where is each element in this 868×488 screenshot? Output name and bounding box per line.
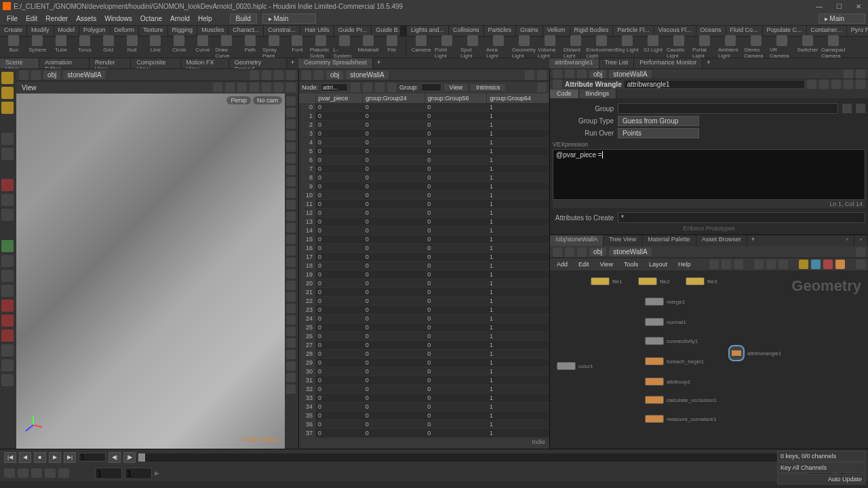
timeline-track[interactable] [138, 453, 864, 462]
shelf-tool[interactable]: Portal Light [692, 35, 717, 59]
shelf-tool[interactable]: Point Light [435, 35, 459, 59]
menu-help[interactable]: Help [194, 15, 216, 22]
net-path-node[interactable]: stoneWallA [609, 247, 651, 256]
param-path-node[interactable]: stoneWallA [609, 70, 651, 79]
shelf-tab[interactable]: Particle Fl... [613, 26, 654, 36]
table-row[interactable]: 70001 [299, 165, 549, 174]
shelf-tab[interactable]: Rigging [168, 26, 198, 36]
minimize-button[interactable]: — [812, 3, 827, 10]
table-row[interactable]: 50001 [299, 147, 549, 156]
tool-lock[interactable] [1, 148, 14, 160]
shelf-tool[interactable]: Metaball [357, 35, 379, 59]
tab-code[interactable]: Code [550, 89, 579, 98]
rbtn13[interactable] [286, 235, 296, 244]
tool-set[interactable] [1, 194, 14, 206]
current-frame[interactable] [79, 453, 106, 462]
shelf-tab[interactable]: Model [54, 26, 80, 36]
column-header[interactable]: pvar_piece [315, 94, 363, 103]
rbtn4[interactable] [286, 131, 296, 140]
shelf-tool[interactable]: File [380, 35, 403, 59]
vbtn2[interactable] [225, 83, 235, 92]
intrinsics-dropdown[interactable]: Intrinsics [471, 84, 506, 91]
pbtn2[interactable] [819, 79, 829, 89]
shelf-tab[interactable]: Hair Utils [300, 26, 334, 36]
shelf-tool[interactable]: Path [239, 35, 261, 59]
node-calc-occlusion[interactable]: calculate_occlusion1 [645, 396, 717, 404]
shelf-tool[interactable]: Sky Light [615, 35, 639, 59]
shelf-tab[interactable]: Texture [139, 26, 168, 36]
tab-bindings[interactable]: Bindings [579, 89, 617, 98]
sbtn5[interactable] [58, 468, 69, 478]
shelf-tool[interactable]: Ambient Light [718, 35, 743, 59]
spread-path-obj[interactable]: obj [326, 70, 343, 79]
shelf-tool[interactable]: Spray Paint [262, 35, 285, 59]
rbtn10[interactable] [286, 200, 296, 209]
ntab-tree[interactable]: Tree View [604, 235, 642, 246]
play-play[interactable]: ▶ [49, 452, 61, 463]
ntab-opt1[interactable]: ▫ [841, 235, 854, 246]
pane-tab[interactable]: Geometry Spread... [229, 58, 287, 68]
shelf-tab[interactable]: Charact... [229, 26, 264, 36]
param-home[interactable] [577, 69, 587, 79]
menu-arnold[interactable]: Arnold [166, 15, 194, 22]
auto-update[interactable]: Auto Update [777, 474, 865, 485]
range-end[interactable] [125, 468, 152, 479]
shelf-tool[interactable]: Tube [50, 35, 73, 59]
tool-arrow[interactable] [1, 133, 14, 145]
tool-select[interactable] [1, 72, 14, 84]
table-row[interactable]: 280001 [299, 350, 549, 359]
ntab-material[interactable]: Material Palette [642, 235, 696, 246]
pane-tab[interactable]: Motion FX View [181, 58, 229, 68]
nav-btn3[interactable] [274, 70, 283, 80]
column-header[interactable] [299, 94, 315, 103]
table-row[interactable]: 180001 [299, 262, 549, 270]
shelf-tool[interactable]: Caustic Light [667, 35, 691, 59]
sbtn1[interactable] [351, 83, 360, 92]
menu-edit[interactable]: Edit [22, 15, 41, 22]
param-back[interactable] [553, 69, 562, 79]
rbtn15[interactable] [286, 258, 296, 267]
shelf-tab[interactable]: Container... [807, 26, 847, 36]
group-input[interactable] [618, 103, 838, 114]
table-row[interactable]: 220001 [299, 297, 549, 306]
table-row[interactable]: 190001 [299, 270, 549, 279]
rbtn16[interactable] [286, 269, 296, 279]
column-header[interactable]: group:Group56 [425, 94, 487, 103]
pane-tab[interactable]: Render View [90, 58, 131, 68]
nbtn3[interactable] [734, 260, 743, 269]
runover-dropdown[interactable]: Points [618, 128, 699, 138]
path-node[interactable]: stoneWallA [63, 70, 105, 79]
param-path-obj[interactable]: obj [589, 70, 606, 79]
nbtn6[interactable] [778, 260, 788, 269]
sbtn3[interactable] [375, 83, 384, 92]
shelf-tab[interactable]: Create [0, 26, 27, 36]
shelf-tool[interactable]: Switcher [795, 35, 820, 59]
shelf-tab[interactable]: Grains [516, 26, 543, 36]
sbtn4[interactable] [387, 83, 397, 92]
table-row[interactable]: 260001 [299, 332, 549, 341]
ntab-asset[interactable]: Asset Browser [696, 235, 747, 246]
node-foreach-begin1[interactable]: foreach_begin1 [645, 357, 704, 365]
pbtn4[interactable] [844, 79, 853, 89]
table-row[interactable]: 160001 [299, 244, 549, 253]
nav-home[interactable] [31, 70, 41, 80]
spread-help[interactable] [537, 83, 547, 92]
table-row[interactable]: 310001 [299, 376, 549, 385]
attrs-input[interactable] [618, 212, 865, 223]
play-prev[interactable]: ◀ [19, 452, 31, 463]
shelf-tool[interactable]: Circle [168, 35, 191, 59]
group-play[interactable] [856, 104, 865, 113]
maximize-button[interactable]: ☐ [832, 3, 846, 10]
shelf-tool[interactable]: Environment Light [589, 35, 614, 59]
sbtn2[interactable] [363, 83, 372, 92]
table-row[interactable]: 120001 [299, 209, 549, 218]
tool-f[interactable] [1, 374, 14, 386]
nbtn10[interactable] [835, 260, 845, 269]
nbtn9[interactable] [823, 260, 833, 269]
table-row[interactable]: 30001 [299, 129, 549, 138]
shelf-tool[interactable]: VR Camera [770, 35, 794, 59]
tool-c[interactable] [1, 285, 14, 297]
tool-magnet3[interactable] [1, 329, 14, 342]
shelf-tab[interactable]: Fluid Co... [726, 26, 763, 36]
nbtn5[interactable] [766, 260, 776, 269]
